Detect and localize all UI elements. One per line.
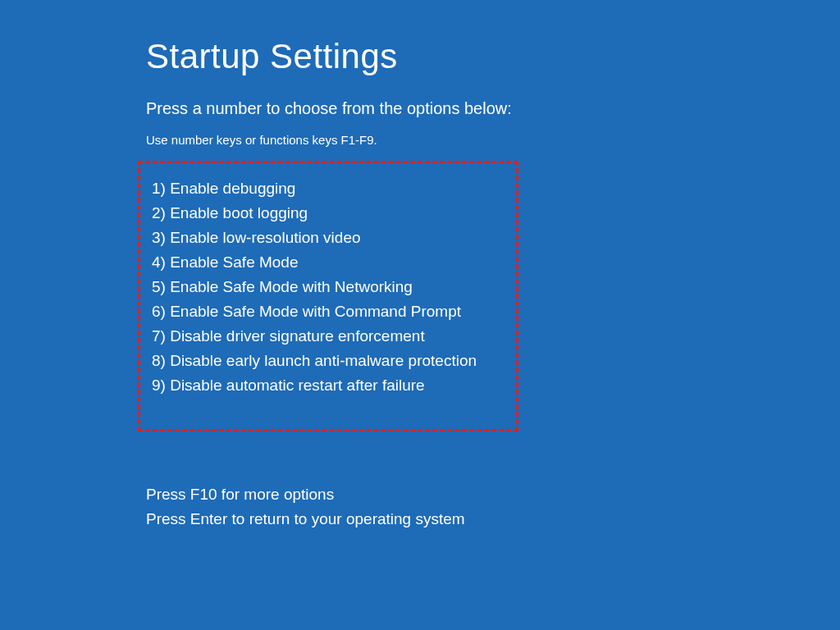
- option-7-disable-driver-signature-enforcement[interactable]: 7) Disable driver signature enforcement: [152, 324, 504, 349]
- page-title: Startup Settings: [146, 37, 840, 76]
- option-2-enable-boot-logging[interactable]: 2) Enable boot logging: [152, 201, 504, 226]
- option-3-enable-low-resolution-video[interactable]: 3) Enable low-resolution video: [152, 226, 504, 250]
- startup-settings-screen: Startup Settings Press a number to choos…: [0, 0, 840, 147]
- option-8-disable-early-launch-anti-malware[interactable]: 8) Disable early launch anti-malware pro…: [152, 349, 504, 373]
- option-1-enable-debugging[interactable]: 1) Enable debugging: [152, 176, 504, 201]
- option-4-enable-safe-mode[interactable]: 4) Enable Safe Mode: [152, 250, 504, 275]
- option-5-enable-safe-mode-networking[interactable]: 5) Enable Safe Mode with Networking: [152, 275, 504, 299]
- instruction-subtitle: Press a number to choose from the option…: [146, 99, 840, 118]
- footer-return: Press Enter to return to your operating …: [146, 507, 465, 532]
- footer-instructions: Press F10 for more options Press Enter t…: [146, 482, 465, 532]
- options-list-highlight: 1) Enable debugging 2) Enable boot loggi…: [138, 161, 518, 431]
- option-6-enable-safe-mode-command-prompt[interactable]: 6) Enable Safe Mode with Command Prompt: [152, 299, 504, 324]
- key-hint: Use number keys or functions keys F1-F9.: [146, 133, 840, 147]
- option-9-disable-automatic-restart[interactable]: 9) Disable automatic restart after failu…: [152, 373, 504, 398]
- footer-more-options: Press F10 for more options: [146, 482, 465, 507]
